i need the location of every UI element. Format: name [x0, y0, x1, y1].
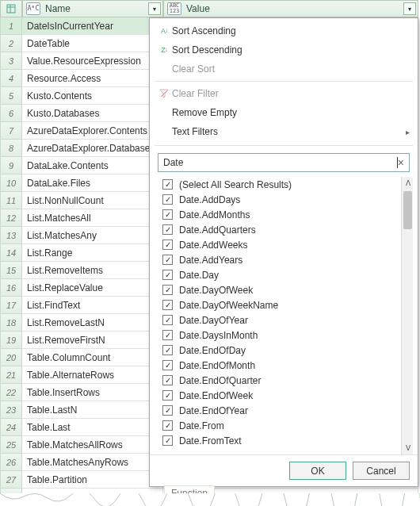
- scroll-down-icon[interactable]: ᐯ: [402, 442, 413, 454]
- checkbox[interactable]: ✓: [162, 300, 173, 310]
- name-cell[interactable]: List.RemoveFirstN: [22, 332, 163, 349]
- row-number[interactable]: 11: [0, 192, 22, 209]
- name-cell[interactable]: AzureDataExplorer.Contents: [22, 122, 163, 140]
- name-cell[interactable]: List.MatchesAny: [22, 227, 163, 244]
- name-cell[interactable]: List.NonNullCount: [22, 192, 163, 209]
- row-number[interactable]: 20: [0, 349, 22, 366]
- row-number[interactable]: 18: [0, 314, 22, 332]
- filter-result-item[interactable]: ✓Date.From: [158, 418, 400, 433]
- row-number[interactable]: 10: [0, 174, 22, 192]
- row-number[interactable]: 26: [0, 454, 22, 471]
- name-cell[interactable]: DataLake.Files: [22, 174, 163, 192]
- row-number[interactable]: 25: [0, 436, 22, 454]
- checkbox[interactable]: ✓: [162, 420, 173, 431]
- name-cell[interactable]: Table.AlternateRows: [22, 366, 163, 384]
- filter-result-item[interactable]: ✓Date.DayOfYear: [158, 312, 400, 328]
- sort-ascending-item[interactable]: A↓ Sort Ascending: [150, 21, 418, 40]
- name-cell[interactable]: DateTable: [22, 35, 163, 52]
- checkbox[interactable]: ✓: [162, 315, 173, 325]
- name-cell[interactable]: Table.Last: [22, 419, 163, 436]
- row-number[interactable]: 7: [0, 122, 22, 140]
- results-scrollbar[interactable]: ᐱ ᐯ: [401, 177, 413, 454]
- name-cell[interactable]: Value.ResourceExpression: [22, 52, 163, 70]
- row-number[interactable]: 16: [0, 279, 22, 297]
- sort-descending-item[interactable]: Z↓ Sort Descending: [150, 40, 418, 59]
- filter-result-item[interactable]: ✓Date.DaysInMonth: [158, 328, 400, 343]
- name-cell[interactable]: List.RemoveItems: [22, 262, 163, 279]
- checkbox[interactable]: ✓: [162, 360, 173, 370]
- filter-search-input[interactable]: Date ×: [158, 153, 410, 172]
- checkbox[interactable]: ✓: [162, 435, 173, 446]
- scroll-thumb[interactable]: [403, 191, 412, 229]
- row-number[interactable]: 2: [0, 35, 22, 52]
- name-cell[interactable]: List.MatchesAll: [22, 209, 163, 227]
- filter-result-item[interactable]: ✓Date.Day: [158, 267, 400, 282]
- checkbox[interactable]: ✓: [162, 330, 173, 340]
- checkbox[interactable]: ✓: [162, 224, 173, 235]
- scroll-up-icon[interactable]: ᐱ: [402, 177, 413, 190]
- row-number[interactable]: 3: [0, 52, 22, 70]
- text-filters-item[interactable]: Text Filters ▸: [150, 122, 418, 141]
- column-header-value[interactable]: ABC 123 Value ▾: [163, 0, 418, 17]
- row-number[interactable]: 8: [0, 140, 22, 157]
- filter-result-item[interactable]: ✓Date.EndOfDay: [158, 343, 400, 358]
- row-number[interactable]: 17: [0, 297, 22, 314]
- checkbox[interactable]: ✓: [162, 255, 173, 265]
- name-cell[interactable]: Table.MatchesAllRows: [22, 436, 163, 454]
- name-cell[interactable]: AzureDataExplorer.Databases: [22, 140, 163, 157]
- row-number-header[interactable]: [0, 0, 22, 17]
- name-cell[interactable]: DataLake.Contents: [22, 157, 163, 174]
- checkbox[interactable]: ✓: [162, 194, 173, 205]
- checkbox[interactable]: ✓: [162, 285, 173, 295]
- filter-result-item[interactable]: ✓Date.FromText: [158, 433, 400, 448]
- row-number[interactable]: 12: [0, 209, 22, 227]
- checkbox[interactable]: ✓: [162, 375, 173, 385]
- row-number[interactable]: 5: [0, 87, 22, 105]
- filter-result-item[interactable]: ✓Date.EndOfQuarter: [158, 373, 400, 388]
- name-cell[interactable]: List.ReplaceValue: [22, 279, 163, 297]
- row-number[interactable]: 6: [0, 105, 22, 122]
- column-header-name[interactable]: AᴮC Name ▾: [22, 0, 163, 17]
- filter-result-item[interactable]: ✓Date.EndOfWeek: [158, 388, 400, 403]
- name-cell[interactable]: List.Range: [22, 244, 163, 262]
- row-number[interactable]: 27: [0, 471, 22, 489]
- name-cell[interactable]: Kusto.Databases: [22, 105, 163, 122]
- row-number[interactable]: 19: [0, 332, 22, 349]
- filter-results-list[interactable]: ✓(Select All Search Results)✓Date.AddDay…: [158, 177, 400, 454]
- filter-result-item[interactable]: ✓Date.DayOfWeekName: [158, 297, 400, 312]
- filter-result-item[interactable]: ✓(Select All Search Results): [158, 177, 400, 192]
- filter-result-item[interactable]: ✓Date.AddWeeks: [158, 237, 400, 252]
- dropdown-icon[interactable]: ▾: [148, 2, 161, 15]
- checkbox[interactable]: ✓: [162, 345, 173, 355]
- checkbox[interactable]: ✓: [162, 209, 173, 220]
- row-number[interactable]: 15: [0, 262, 22, 279]
- row-number[interactable]: 23: [0, 401, 22, 419]
- name-cell[interactable]: DateIsInCurrentYear: [22, 17, 163, 35]
- row-number[interactable]: 1: [0, 17, 22, 35]
- filter-result-item[interactable]: ✓Date.AddYears: [158, 252, 400, 267]
- filter-result-item[interactable]: ✓Date.AddMonths: [158, 207, 400, 222]
- row-number[interactable]: 13: [0, 227, 22, 244]
- name-cell[interactable]: Table.ColumnCount: [22, 349, 163, 366]
- row-number[interactable]: 4: [0, 70, 22, 87]
- checkbox[interactable]: ✓: [162, 179, 173, 190]
- filter-result-item[interactable]: ✓Date.AddDays: [158, 192, 400, 207]
- checkbox[interactable]: ✓: [162, 390, 173, 401]
- row-number[interactable]: 22: [0, 384, 22, 401]
- row-number[interactable]: 9: [0, 157, 22, 174]
- clear-search-icon[interactable]: ×: [398, 156, 404, 169]
- row-number[interactable]: 21: [0, 366, 22, 384]
- cancel-button[interactable]: Cancel: [353, 462, 410, 480]
- filter-result-item[interactable]: ✓Date.EndOfMonth: [158, 358, 400, 373]
- row-number[interactable]: 14: [0, 244, 22, 262]
- name-cell[interactable]: Table.MatchesAnyRows: [22, 454, 163, 471]
- filter-result-item[interactable]: ✓Date.AddQuarters: [158, 222, 400, 237]
- filter-result-item[interactable]: ✓Date.EndOfYear: [158, 403, 400, 418]
- checkbox[interactable]: ✓: [162, 240, 173, 250]
- remove-empty-item[interactable]: Remove Empty: [150, 103, 418, 122]
- name-cell[interactable]: Table.Partition: [22, 471, 163, 489]
- filter-result-item[interactable]: ✓Date.DayOfWeek: [158, 282, 400, 297]
- dropdown-icon[interactable]: ▾: [403, 2, 416, 15]
- name-cell[interactable]: Table.LastN: [22, 401, 163, 419]
- name-cell[interactable]: Table.InsertRows: [22, 384, 163, 401]
